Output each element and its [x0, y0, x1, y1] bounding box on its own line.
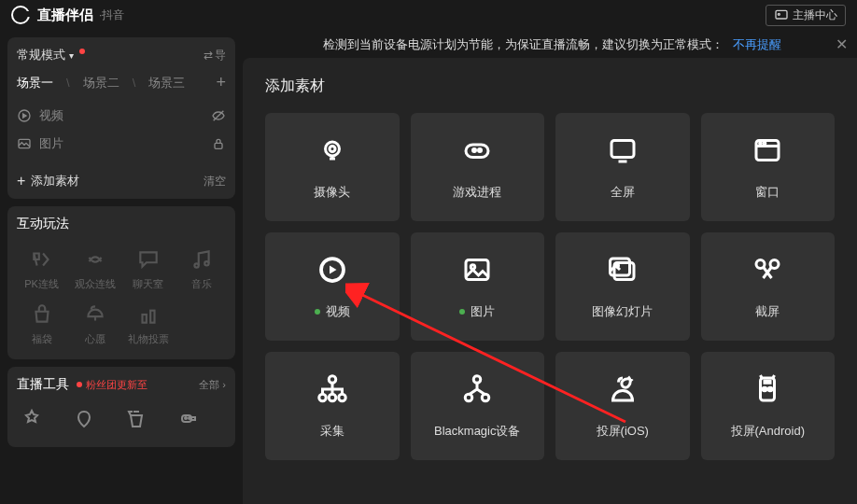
svg-point-32 [319, 394, 327, 401]
tools-panel: 直播工具 粉丝团更新至 全部 › [7, 367, 235, 447]
source-card-4[interactable]: 视频 [265, 232, 400, 341]
interact-pk[interactable]: PK连线 [17, 244, 66, 295]
svg-point-12 [189, 417, 190, 419]
svg-rect-24 [466, 260, 488, 280]
svg-point-33 [329, 394, 336, 401]
tool-icon-1[interactable] [21, 408, 43, 430]
source-card-icon [751, 133, 784, 167]
source-card-label: 全屏 [611, 184, 635, 201]
source-card-label: 截屏 [755, 303, 780, 320]
svg-rect-9 [150, 311, 154, 323]
source-card-9[interactable]: Blackmagic设备 [411, 352, 545, 460]
interact-empty [176, 299, 226, 350]
tools-title: 直播工具 [17, 376, 69, 393]
source-card-label: 视频 [315, 303, 350, 320]
interact-bag[interactable]: 福袋 [17, 299, 66, 350]
scene-tab-3[interactable]: 场景三 [148, 75, 185, 91]
source-card-6[interactable]: 图像幻灯片 [555, 232, 690, 341]
source-card-10[interactable]: 投屏(iOS) [555, 352, 690, 460]
source-card-1[interactable]: 游戏进程 [411, 113, 545, 221]
add-source-button[interactable]: +添加素材 [17, 173, 79, 189]
tool-icon-3[interactable] [125, 408, 148, 430]
interact-chat[interactable]: 聊天室 [123, 244, 173, 295]
app-subtitle: ·抖音 [99, 7, 124, 23]
svg-point-13 [325, 142, 339, 156]
source-card-label: 投屏(Android) [731, 423, 805, 440]
svg-point-6 [194, 263, 198, 267]
interact-title: 互动玩法 [17, 216, 226, 232]
green-dot-icon [315, 309, 320, 315]
notice-close-icon[interactable]: ✕ [836, 35, 848, 53]
svg-rect-8 [142, 315, 146, 323]
tool-icon-2[interactable] [73, 408, 95, 430]
notice-text: 检测到当前设备电源计划为节能，为保证直播流畅，建议切换为正常模式： [323, 36, 724, 53]
image-icon [17, 136, 32, 151]
svg-point-37 [483, 394, 490, 401]
source-card-5[interactable]: 图片 [411, 232, 545, 341]
mode-selector[interactable]: 常规模式▾ [17, 47, 85, 63]
eye-off-icon[interactable] [211, 108, 226, 123]
source-card-0[interactable]: 摄像头 [265, 113, 400, 221]
svg-rect-5 [215, 143, 222, 148]
source-card-icon [316, 133, 349, 167]
swap-button[interactable]: ⇄ 导 [204, 48, 226, 63]
broadcast-center-button[interactable]: 主播中心 [766, 5, 846, 26]
source-card-7[interactable]: 截屏 [701, 232, 836, 341]
svg-point-39 [763, 387, 766, 391]
svg-point-34 [339, 394, 346, 401]
source-card-icon [606, 253, 639, 287]
tv-icon [774, 7, 789, 22]
source-card-3[interactable]: 窗口 [701, 113, 836, 221]
source-card-icon [606, 372, 639, 406]
svg-point-7 [204, 261, 208, 265]
svg-rect-15 [466, 145, 488, 158]
source-card-label: 投屏(iOS) [597, 423, 649, 440]
play-circle-icon [17, 108, 32, 123]
svg-rect-41 [765, 381, 770, 383]
modal-title: 添加素材 [265, 77, 835, 96]
source-card-icon [606, 133, 639, 167]
source-card-8[interactable]: 采集 [265, 352, 400, 460]
source-card-label: 图片 [459, 303, 495, 320]
source-card-icon [316, 372, 349, 406]
source-card-icon [460, 253, 494, 287]
notice-dismiss-link[interactable]: 不再提醒 [733, 36, 781, 53]
tools-all-button[interactable]: 全部 › [199, 378, 226, 392]
svg-point-31 [329, 376, 336, 384]
lock-icon[interactable] [211, 136, 226, 151]
interact-gift[interactable]: 礼物投票 [123, 299, 173, 350]
add-scene-button[interactable]: + [216, 73, 226, 92]
svg-point-14 [330, 147, 335, 152]
scene-tab-2[interactable]: 场景二 [83, 75, 119, 91]
interact-wish[interactable]: 心愿 [70, 299, 119, 350]
clear-sources-button[interactable]: 清空 [204, 174, 226, 189]
svg-point-35 [474, 376, 482, 384]
tool-icon-4[interactable] [177, 408, 200, 430]
source-card-label: 图像幻灯片 [592, 303, 653, 320]
source-card-label: Blackmagic设备 [434, 423, 520, 440]
source-card-icon [751, 253, 784, 287]
scene-tab-1[interactable]: 场景一 [17, 75, 53, 91]
source-card-label: 采集 [320, 423, 344, 440]
tools-badge: 粉丝团更新至 [77, 378, 148, 392]
source-image-row[interactable]: 图片 [17, 130, 226, 158]
interact-music[interactable]: 音乐 [176, 244, 226, 295]
source-card-icon [316, 253, 349, 287]
notice-bar: 检测到当前设备电源计划为节能，为保证直播流畅，建议切换为正常模式： 不再提醒 ✕ [323, 35, 848, 53]
source-card-icon [460, 133, 494, 167]
svg-point-22 [764, 143, 766, 145]
interact-audience[interactable]: 观众连线 [70, 244, 119, 295]
source-card-icon [460, 372, 494, 406]
source-card-label: 游戏进程 [453, 184, 501, 201]
green-dot-icon [459, 309, 465, 315]
app-logo-icon [11, 6, 30, 24]
svg-point-40 [768, 387, 772, 391]
source-card-11[interactable]: 投屏(Android) [701, 352, 836, 460]
app-title: 直播伴侣 [37, 7, 93, 24]
source-video-row[interactable]: 视频 [17, 102, 226, 130]
svg-rect-18 [611, 141, 634, 158]
source-card-label: 摄像头 [314, 184, 350, 201]
scene-panel: 常规模式▾ ⇄ 导 场景一 \ 场景二 \ 场景三 + 视频 图片 [7, 37, 235, 199]
source-card-label: 窗口 [755, 184, 780, 201]
source-card-2[interactable]: 全屏 [555, 113, 690, 221]
